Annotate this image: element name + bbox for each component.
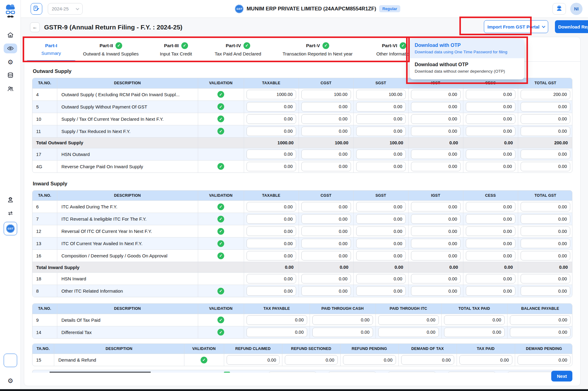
quick-entry-button[interactable]	[31, 3, 42, 15]
amount-input[interactable]	[301, 239, 351, 248]
amount-input[interactable]	[301, 226, 351, 236]
amount-input[interactable]	[312, 315, 373, 325]
amount-input[interactable]	[356, 214, 406, 224]
amount-input[interactable]	[301, 251, 351, 260]
amount-input[interactable]	[466, 127, 515, 136]
amount-input[interactable]	[466, 114, 515, 124]
amount-input[interactable]	[301, 162, 351, 171]
amount-input[interactable]	[301, 150, 351, 159]
amount-input[interactable]	[301, 90, 351, 99]
amount-input[interactable]	[356, 114, 406, 124]
amount-input[interactable]	[247, 202, 296, 211]
amount-input[interactable]	[247, 214, 296, 224]
amount-input[interactable]	[466, 150, 515, 159]
sidebar-item-support[interactable]	[4, 195, 17, 205]
amount-input[interactable]	[356, 150, 406, 159]
tab-part-ii[interactable]: Part-II✓Outward & Inward Supplies	[76, 37, 146, 61]
tab-part-iv[interactable]: Part-IV✓Tax Paid And Declared	[206, 37, 270, 61]
amount-input[interactable]	[411, 214, 461, 224]
amount-input[interactable]	[411, 162, 461, 171]
amount-input[interactable]	[247, 239, 296, 248]
amount-input[interactable]	[247, 251, 296, 260]
amount-input[interactable]	[521, 90, 571, 99]
import-from-gst-portal-button[interactable]: Import From GST Portal	[484, 20, 548, 33]
amount-input[interactable]	[521, 226, 571, 236]
sidebar-item-users[interactable]	[4, 84, 17, 94]
amount-input[interactable]	[466, 286, 515, 296]
amount-input[interactable]	[466, 90, 515, 99]
amount-input[interactable]	[301, 114, 351, 124]
amount-input[interactable]	[356, 286, 406, 296]
amount-input[interactable]	[411, 226, 461, 236]
amount-input[interactable]	[466, 251, 515, 260]
amount-input[interactable]	[247, 315, 307, 325]
amount-input[interactable]	[466, 162, 515, 171]
sidebar-footer-settings[interactable]: ⚙	[4, 376, 17, 385]
sidebar-item-gst-portal[interactable]: GST	[4, 222, 17, 235]
amount-input[interactable]	[356, 239, 406, 248]
amount-input[interactable]	[521, 286, 571, 296]
amount-input[interactable]	[521, 102, 571, 112]
amount-input[interactable]	[521, 274, 571, 283]
sidebar-item-sync[interactable]	[4, 208, 17, 218]
amount-input[interactable]	[521, 127, 571, 136]
amount-input[interactable]	[466, 274, 515, 283]
amount-input[interactable]	[411, 239, 461, 248]
amount-input[interactable]	[312, 328, 373, 337]
amount-input[interactable]	[378, 315, 439, 325]
amount-input[interactable]	[444, 315, 505, 325]
amount-input[interactable]	[401, 355, 454, 365]
amount-input[interactable]	[521, 150, 571, 159]
amount-input[interactable]	[521, 239, 571, 248]
amount-input[interactable]	[356, 90, 406, 99]
amount-input[interactable]	[247, 127, 296, 136]
amount-input[interactable]	[301, 202, 351, 211]
support-button[interactable]	[552, 3, 566, 15]
amount-input[interactable]	[247, 328, 307, 337]
amount-input[interactable]	[459, 355, 512, 365]
amount-input[interactable]	[521, 214, 571, 224]
amount-input[interactable]	[356, 202, 406, 211]
amount-input[interactable]	[301, 274, 351, 283]
amount-input[interactable]	[444, 328, 505, 337]
amount-input[interactable]	[411, 114, 461, 124]
amount-input[interactable]	[247, 162, 296, 171]
amount-input[interactable]	[378, 328, 439, 337]
amount-input[interactable]	[356, 102, 406, 112]
financial-year-select[interactable]: 2024-25	[48, 3, 83, 15]
amount-input[interactable]	[356, 251, 406, 260]
amount-input[interactable]	[411, 150, 461, 159]
sidebar-item-visibility[interactable]	[4, 44, 17, 53]
amount-input[interactable]	[247, 150, 296, 159]
amount-input[interactable]	[466, 239, 515, 248]
amount-input[interactable]	[411, 202, 461, 211]
amount-input[interactable]	[285, 355, 338, 365]
amount-input[interactable]	[510, 328, 571, 337]
back-button[interactable]: ←	[30, 22, 40, 32]
amount-input[interactable]	[247, 114, 296, 124]
amount-input[interactable]	[411, 286, 461, 296]
next-button[interactable]: Next	[551, 371, 572, 382]
amount-input[interactable]	[411, 127, 461, 136]
tab-part-v[interactable]: Part-V✓Transaction Reported In Next year	[270, 37, 365, 61]
amount-input[interactable]	[356, 127, 406, 136]
amount-input[interactable]	[466, 226, 515, 236]
amount-input[interactable]	[343, 355, 396, 365]
amount-input[interactable]	[356, 162, 406, 171]
amount-input[interactable]	[301, 214, 351, 224]
amount-input[interactable]	[466, 202, 515, 211]
amount-input[interactable]	[466, 214, 515, 224]
menu-item-download-without-otp[interactable]: Download without OTPDownload data withou…	[410, 58, 524, 78]
sidebar-item-ledger[interactable]	[4, 70, 17, 80]
amount-input[interactable]	[411, 90, 461, 99]
amount-input[interactable]	[356, 274, 406, 283]
tab-part-i[interactable]: Part-ISummary	[27, 37, 76, 61]
amount-input[interactable]	[521, 251, 571, 260]
amount-input[interactable]	[247, 286, 296, 296]
sidebar-item-home[interactable]	[4, 30, 17, 40]
amount-input[interactable]	[301, 102, 351, 112]
sidebar-item-settings[interactable]: ⚙	[4, 57, 17, 67]
amount-input[interactable]	[411, 102, 461, 112]
amount-input[interactable]	[411, 251, 461, 260]
download-report-button[interactable]: Download Report	[555, 20, 588, 33]
